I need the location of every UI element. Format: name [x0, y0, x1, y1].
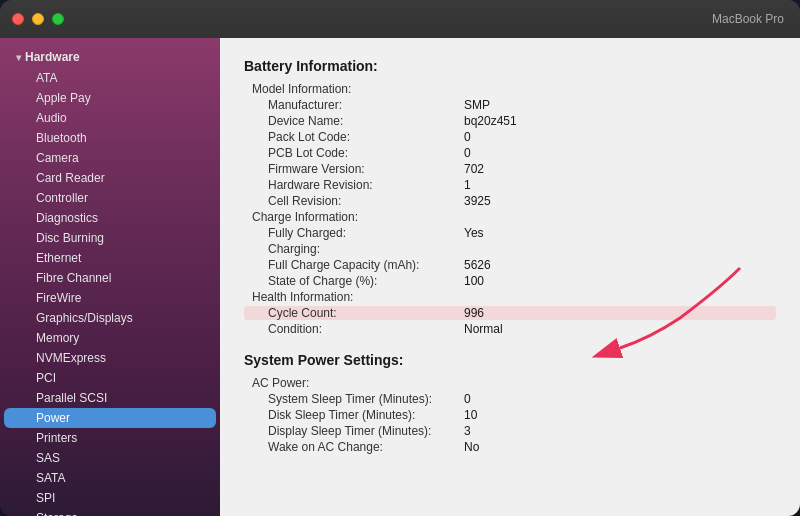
manufacturer-value: SMP: [464, 98, 490, 112]
hardware-revision-value: 1: [464, 178, 471, 192]
cell-revision-label: Cell Revision:: [244, 194, 464, 208]
sidebar-item-controller[interactable]: Controller: [4, 188, 216, 208]
firmware-value: 702: [464, 162, 484, 176]
cycle-count-value: 996: [464, 306, 484, 320]
sidebar-item-sas[interactable]: SAS: [4, 448, 216, 468]
hardware-revision-label: Hardware Revision:: [244, 178, 464, 192]
wake-on-ac-value: No: [464, 440, 479, 454]
full-charge-capacity-row: Full Charge Capacity (mAh): 5626: [244, 258, 776, 272]
disk-sleep-label: Disk Sleep Timer (Minutes):: [244, 408, 464, 422]
maximize-button[interactable]: [52, 13, 64, 25]
condition-label: Condition:: [244, 322, 464, 336]
display-sleep-row: Display Sleep Timer (Minutes): 3: [244, 424, 776, 438]
sidebar-item-card-reader[interactable]: Card Reader: [4, 168, 216, 188]
cell-revision-value: 3925: [464, 194, 491, 208]
sidebar-section-hardware[interactable]: ▾ Hardware: [0, 46, 220, 68]
disk-sleep-value: 10: [464, 408, 477, 422]
sidebar-item-power[interactable]: Power: [4, 408, 216, 428]
sidebar-item-diagnostics[interactable]: Diagnostics: [4, 208, 216, 228]
sidebar-item-ata[interactable]: ATA: [4, 68, 216, 88]
health-info-label: Health Information:: [244, 290, 464, 304]
pack-lot-row: Pack Lot Code: 0: [244, 130, 776, 144]
pcb-lot-label: PCB Lot Code:: [244, 146, 464, 160]
state-of-charge-label: State of Charge (%):: [244, 274, 464, 288]
sidebar-item-ethernet[interactable]: Ethernet: [4, 248, 216, 268]
sidebar-item-sata[interactable]: SATA: [4, 468, 216, 488]
device-name-label: Device Name:: [244, 114, 464, 128]
health-info-header-row: Health Information:: [244, 290, 776, 304]
main-panel: Battery Information: Model Information: …: [220, 38, 800, 516]
battery-section-title: Battery Information:: [244, 58, 776, 74]
firmware-row: Firmware Version: 702: [244, 162, 776, 176]
sidebar-item-spi[interactable]: SPI: [4, 488, 216, 508]
sidebar-item-memory[interactable]: Memory: [4, 328, 216, 348]
titlebar: MacBook Pro: [0, 0, 800, 38]
cycle-count-row: Cycle Count: 996: [244, 306, 776, 320]
charge-info-label: Charge Information:: [244, 210, 464, 224]
ac-power-header-row: AC Power:: [244, 376, 776, 390]
pack-lot-value: 0: [464, 130, 471, 144]
device-name-row: Device Name: bq20z451: [244, 114, 776, 128]
window-title: MacBook Pro: [712, 12, 784, 26]
condition-value: Normal: [464, 322, 503, 336]
battery-info-table: Model Information: Manufacturer: SMP Dev…: [244, 82, 776, 336]
pack-lot-label: Pack Lot Code:: [244, 130, 464, 144]
sidebar-item-storage[interactable]: Storage: [4, 508, 216, 516]
sidebar-item-parallel-scsi[interactable]: Parallel SCSI: [4, 388, 216, 408]
full-charge-capacity-value: 5626: [464, 258, 491, 272]
wake-on-ac-row: Wake on AC Change: No: [244, 440, 776, 454]
close-button[interactable]: [12, 13, 24, 25]
display-sleep-value: 3: [464, 424, 471, 438]
hardware-revision-row: Hardware Revision: 1: [244, 178, 776, 192]
pcb-lot-row: PCB Lot Code: 0: [244, 146, 776, 160]
system-sleep-row: System Sleep Timer (Minutes): 0: [244, 392, 776, 406]
minimize-button[interactable]: [32, 13, 44, 25]
firmware-label: Firmware Version:: [244, 162, 464, 176]
sidebar-item-audio[interactable]: Audio: [4, 108, 216, 128]
charging-label: Charging:: [244, 242, 464, 256]
sidebar: ▾ Hardware ATA Apple Pay Audio Bluetooth…: [0, 38, 220, 516]
chevron-down-icon: ▾: [16, 52, 21, 63]
disk-sleep-row: Disk Sleep Timer (Minutes): 10: [244, 408, 776, 422]
system-sleep-label: System Sleep Timer (Minutes):: [244, 392, 464, 406]
cell-revision-row: Cell Revision: 3925: [244, 194, 776, 208]
sidebar-item-firewire[interactable]: FireWire: [4, 288, 216, 308]
sidebar-item-printers[interactable]: Printers: [4, 428, 216, 448]
charging-row: Charging:: [244, 242, 776, 256]
system-power-section-title: System Power Settings:: [244, 352, 776, 368]
cycle-count-label: Cycle Count:: [244, 306, 464, 320]
condition-row: Condition: Normal: [244, 322, 776, 336]
system-sleep-value: 0: [464, 392, 471, 406]
sidebar-item-apple-pay[interactable]: Apple Pay: [4, 88, 216, 108]
sidebar-item-bluetooth[interactable]: Bluetooth: [4, 128, 216, 148]
full-charge-capacity-label: Full Charge Capacity (mAh):: [244, 258, 464, 272]
charge-info-header-row: Charge Information:: [244, 210, 776, 224]
sidebar-item-nvmexpress[interactable]: NVMExpress: [4, 348, 216, 368]
sidebar-section-label: Hardware: [25, 50, 80, 64]
state-of-charge-row: State of Charge (%): 100: [244, 274, 776, 288]
traffic-lights: [12, 13, 64, 25]
ac-power-label: AC Power:: [244, 376, 464, 390]
fully-charged-value: Yes: [464, 226, 484, 240]
system-power-table: AC Power: System Sleep Timer (Minutes): …: [244, 376, 776, 454]
fully-charged-label: Fully Charged:: [244, 226, 464, 240]
fully-charged-row: Fully Charged: Yes: [244, 226, 776, 240]
model-info-label: Model Information:: [244, 82, 464, 96]
sidebar-item-pci[interactable]: PCI: [4, 368, 216, 388]
manufacturer-row: Manufacturer: SMP: [244, 98, 776, 112]
pcb-lot-value: 0: [464, 146, 471, 160]
sidebar-item-fibre-channel[interactable]: Fibre Channel: [4, 268, 216, 288]
sidebar-item-disc-burning[interactable]: Disc Burning: [4, 228, 216, 248]
display-sleep-label: Display Sleep Timer (Minutes):: [244, 424, 464, 438]
state-of-charge-value: 100: [464, 274, 484, 288]
system-information-window: MacBook Pro ▾ Hardware ATA Apple Pay Aud…: [0, 0, 800, 516]
sidebar-item-graphics-displays[interactable]: Graphics/Displays: [4, 308, 216, 328]
content-area: ▾ Hardware ATA Apple Pay Audio Bluetooth…: [0, 38, 800, 516]
manufacturer-label: Manufacturer:: [244, 98, 464, 112]
sidebar-item-camera[interactable]: Camera: [4, 148, 216, 168]
wake-on-ac-label: Wake on AC Change:: [244, 440, 464, 454]
device-name-value: bq20z451: [464, 114, 517, 128]
model-info-header-row: Model Information:: [244, 82, 776, 96]
